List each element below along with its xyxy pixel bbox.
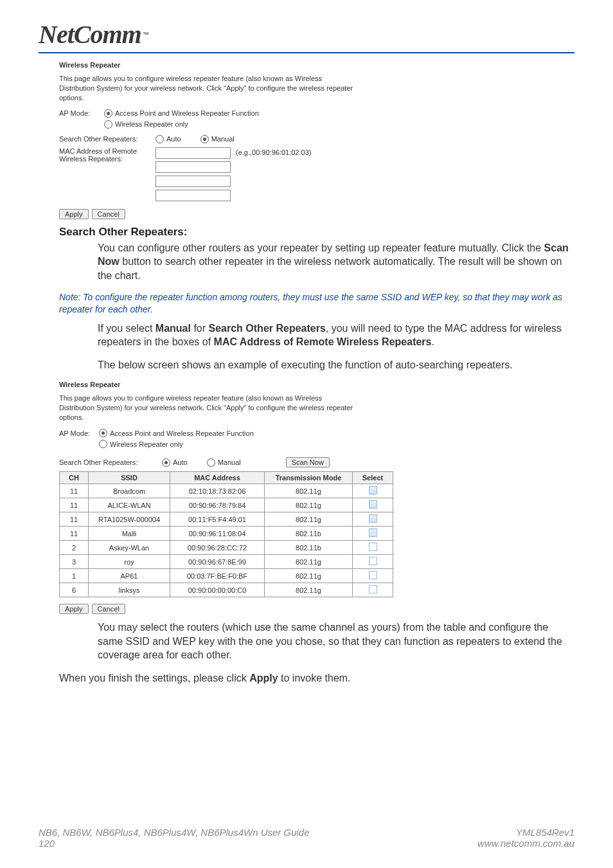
cell-mode: 802.11g — [265, 555, 353, 569]
cell-mac: 00:90:96:28:CC:72 — [170, 541, 265, 555]
table-row: 11ALICE-WLAN00:90:96:78:79:84802.11g — [60, 498, 393, 512]
cell-ssid: roy — [89, 555, 170, 569]
shot2-search-row: Search Other Repeaters: Auto Manual Scan… — [59, 457, 574, 467]
mac-block: MAC Address of Remote Wireless Repeaters… — [59, 147, 574, 204]
cell-select — [353, 527, 393, 541]
logo-row: NetComm ™ — [39, 19, 574, 53]
cell-mode: 802.11g — [265, 583, 353, 597]
table-row: 6linksys00:90:00:00:00:C0802.11g — [60, 583, 393, 597]
radio-selected-icon — [104, 109, 112, 118]
brand-logo: NetComm — [39, 19, 141, 50]
cell-ssid: linksys — [89, 583, 170, 597]
shot2-title: Wireless Repeater — [59, 381, 574, 388]
mac-input-2[interactable] — [155, 161, 231, 173]
search-label: Search Other Repeaters: — [59, 135, 155, 143]
table-row: 2Askey-WLan00:90:96:28:CC:72802.11b — [60, 541, 393, 555]
cell-ssid: Malli — [89, 527, 170, 541]
shot2-search-label: Search Other Repeaters: — [59, 458, 162, 466]
th-mode: Transmission Mode — [265, 472, 353, 484]
shot2-ap-opt2[interactable]: Wireless Repeater only — [99, 440, 183, 448]
page: NetComm ™ Wireless Repeater This page al… — [0, 0, 613, 862]
ap-mode-label: AP Mode: — [59, 109, 104, 117]
screenshot-repeater-auto: Wireless Repeater This page allows you t… — [59, 381, 574, 614]
para4: You may select the routers (which use th… — [98, 620, 574, 662]
manual-label: Manual — [211, 135, 235, 143]
cell-select — [353, 555, 393, 569]
ap-mode-opt1[interactable]: Access Point and Wireless Repeater Funct… — [104, 109, 259, 118]
shot2-search-auto[interactable]: Auto — [162, 458, 188, 467]
select-checkbox[interactable] — [369, 557, 377, 565]
cancel-button[interactable]: Cancel — [92, 604, 125, 614]
cell-ssid: Askey-WLan — [89, 541, 170, 555]
screenshot-repeater-manual: Wireless Repeater This page allows you t… — [59, 61, 574, 219]
search-row: Search Other Repeaters: Auto Manual — [59, 135, 574, 143]
shot2-search-manual[interactable]: Manual — [207, 458, 241, 467]
shot1-desc: This page allows you to configure wirele… — [59, 74, 355, 103]
cell-mode: 802.11g — [265, 484, 353, 498]
search-auto[interactable]: Auto — [155, 135, 181, 143]
shot1-title: Wireless Repeater — [59, 61, 574, 69]
cell-ch: 1 — [60, 569, 89, 583]
mac-input-3[interactable] — [155, 176, 231, 187]
apply-button[interactable]: Apply — [59, 209, 89, 219]
shot2-desc: This page allows you to configure wirele… — [59, 393, 355, 422]
cell-select — [353, 498, 393, 512]
select-checkbox[interactable] — [369, 500, 377, 509]
ap-mode-opt2[interactable]: Wireless Repeater only — [104, 120, 188, 129]
radio-empty-icon — [207, 458, 215, 467]
shot2-ap-row2: Wireless Repeater only — [59, 440, 574, 448]
select-checkbox[interactable] — [369, 529, 377, 537]
cell-mac: 00:90:96:67:8E:99 — [170, 555, 265, 569]
cell-ch: 11 — [60, 527, 89, 541]
table-row: 11Malli00:90:96:11:08:04802.11b — [60, 527, 393, 541]
note-text: Note: To configure the repeater function… — [59, 291, 574, 314]
table-row: 3roy00:90:96:67:8E:99802.11g — [60, 555, 393, 569]
cell-mode: 802.11g — [265, 498, 353, 512]
select-checkbox[interactable] — [369, 543, 377, 551]
cell-ch: 11 — [60, 498, 89, 512]
apply-button[interactable]: Apply — [59, 604, 89, 614]
cell-ch: 11 — [60, 512, 89, 527]
select-checkbox[interactable] — [369, 571, 377, 579]
cell-mode: 802.11b — [265, 541, 353, 555]
select-checkbox[interactable] — [369, 486, 377, 494]
cell-select — [353, 484, 393, 498]
shot2-ap-opt1[interactable]: Access Point and Wireless Repeater Funct… — [99, 429, 254, 437]
cell-mac: 00:90:96:78:79:84 — [170, 498, 265, 512]
cancel-button[interactable]: Cancel — [92, 209, 125, 219]
select-checkbox[interactable] — [369, 514, 377, 523]
mac-input-4[interactable] — [155, 190, 231, 201]
th-ch: CH — [60, 472, 89, 484]
cell-ssid: ALICE-WLAN — [89, 498, 170, 512]
mac-label: MAC Address of Remote Wireless Repeaters… — [59, 147, 155, 163]
radio-selected-icon — [162, 458, 170, 467]
para2: If you select Manual for Search Other Re… — [98, 321, 574, 349]
mac-input-1[interactable] — [155, 147, 231, 159]
th-mac: MAC Address — [170, 472, 265, 484]
radio-empty-icon — [155, 135, 164, 143]
para5: When you finish the settings, please cli… — [59, 671, 574, 685]
footer-left: NB6, NB6W, NB6Plus4, NB6Plus4W, NB6Plus4… — [39, 827, 310, 849]
select-checkbox[interactable] — [369, 585, 377, 593]
ap-mode-row2: Wireless Repeater only — [59, 120, 574, 129]
th-ssid: SSID — [89, 472, 170, 484]
cell-mode: 802.11g — [265, 512, 353, 527]
ap-mode-row: AP Mode: Access Point and Wireless Repea… — [59, 109, 574, 118]
trademark: ™ — [143, 31, 149, 38]
table-row: 11RTA1025W-00000400:11:F5:F4:49:01802.11… — [60, 512, 393, 527]
cell-mac: 00:90:00:00:00:C0 — [170, 583, 265, 597]
cell-select — [353, 541, 393, 555]
para1: You can configure other routers as your … — [98, 241, 574, 283]
cell-mac: 02:10:18:73:82:06 — [170, 484, 265, 498]
radio-selected-icon — [200, 135, 209, 143]
scan-now-button[interactable]: Scan Now — [286, 457, 330, 467]
cell-mode: 802.11g — [265, 569, 353, 583]
para3: The below screen shows an example of exe… — [98, 358, 574, 372]
cell-ch: 11 — [60, 484, 89, 498]
search-manual[interactable]: Manual — [200, 135, 235, 143]
page-footer: NB6, NB6W, NB6Plus4, NB6Plus4W, NB6Plus4… — [39, 827, 574, 849]
cell-ssid: Broadcom — [89, 484, 170, 498]
cell-select — [353, 583, 393, 597]
auto-label: Auto — [166, 135, 181, 143]
cell-ch: 6 — [60, 583, 89, 597]
